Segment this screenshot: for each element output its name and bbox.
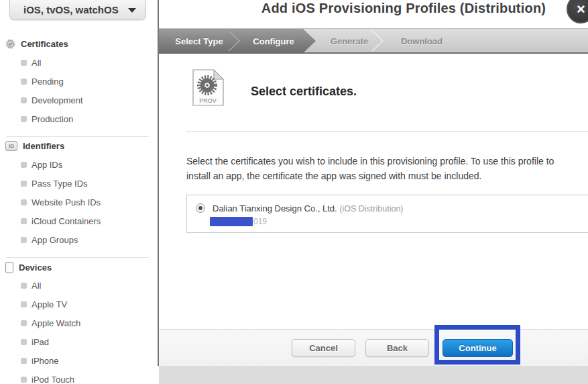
bullet-icon xyxy=(21,237,27,243)
bullet-icon xyxy=(21,377,27,383)
sidebar-item-label: iPhone xyxy=(32,356,58,366)
close-icon: × xyxy=(577,1,585,18)
sidebar-item-production[interactable]: Production xyxy=(21,114,73,124)
svg-text:PROV: PROV xyxy=(199,97,217,104)
bullet-icon xyxy=(21,320,27,326)
sidebar-item-certificates-all[interactable]: All xyxy=(21,58,41,68)
sidebar-item-ipad[interactable]: iPad xyxy=(21,337,49,347)
sidebar-section-identifiers[interactable]: ID Identifiers xyxy=(5,141,64,151)
sidebar-item-label: All xyxy=(32,281,41,291)
bullet-icon xyxy=(21,97,27,103)
sidebar-item-label: App IDs xyxy=(32,160,62,170)
bullet-icon xyxy=(21,218,27,224)
step-download: Download xyxy=(392,29,452,53)
certificate-expiry-text: 019 xyxy=(253,217,267,226)
certificate-name-text: Dalian Tianxing Design Co., Ltd. xyxy=(213,203,337,213)
bullet-icon xyxy=(21,301,27,307)
sidebar-item-devices-all[interactable]: All xyxy=(21,281,41,291)
divider xyxy=(186,131,588,132)
certificate-type: (iOS Distribution) xyxy=(339,204,403,213)
wizard-steps-bar: Select Type Configure Generate Download xyxy=(159,28,588,54)
chevron-down-icon xyxy=(128,8,136,13)
platform-selector[interactable]: iOS, tvOS, watchOS xyxy=(9,0,146,20)
sidebar-item-icloud-containers[interactable]: iCloud Containers xyxy=(21,216,101,226)
sidebar-item-label: iPad xyxy=(32,337,49,347)
id-badge-icon: ID xyxy=(5,141,17,151)
redaction-box xyxy=(210,217,253,226)
step-select-type: Select Type xyxy=(169,29,229,53)
sidebar-item-app-ids[interactable]: App IDs xyxy=(21,160,62,170)
sidebar-item-app-groups[interactable]: App Groups xyxy=(21,235,78,245)
sidebar-item-label: Apple Watch xyxy=(32,318,80,328)
certificate-icon xyxy=(5,39,15,49)
page-background-strip xyxy=(159,366,588,384)
sidebar-item-ipod-touch[interactable]: iPod Touch xyxy=(21,375,74,384)
step-generate: Generate xyxy=(319,29,379,53)
bullet-icon xyxy=(21,60,27,66)
sidebar-item-label: Website Push IDs xyxy=(32,197,101,207)
bullet-icon xyxy=(21,283,27,289)
bullet-icon xyxy=(21,358,27,364)
section-title: Identifiers xyxy=(23,141,64,151)
sidebar-item-apple-watch[interactable]: Apple Watch xyxy=(21,318,80,328)
sidebar-item-label: iCloud Containers xyxy=(32,216,101,226)
sidebar-item-development[interactable]: Development xyxy=(21,95,83,105)
section-title: Devices xyxy=(19,262,52,273)
platform-selector-label: iOS, tvOS, watchOS xyxy=(23,4,128,15)
bullet-icon xyxy=(21,79,27,85)
sidebar-section-certificates[interactable]: Certificates xyxy=(5,39,68,49)
bullet-icon xyxy=(21,199,27,205)
radio-selected-dot xyxy=(198,206,202,210)
sidebar-item-label: Pass Type IDs xyxy=(32,179,88,189)
sidebar-item-pass-type-ids[interactable]: Pass Type IDs xyxy=(21,179,88,189)
sidebar-item-label: Apple TV xyxy=(32,299,67,309)
sidebar-item-label: Development xyxy=(32,95,83,105)
sidebar-item-pending[interactable]: Pending xyxy=(21,77,64,87)
certificate-row[interactable]: Dalian Tianxing Design Co., Ltd. (iOS Di… xyxy=(186,195,588,233)
sidebar-item-website-push-ids[interactable]: Website Push IDs xyxy=(21,197,101,207)
device-icon xyxy=(5,262,13,273)
sidebar-item-label: Production xyxy=(32,114,73,124)
sidebar-item-label: Pending xyxy=(32,77,64,87)
close-button[interactable]: × xyxy=(567,0,588,23)
bullet-icon xyxy=(21,162,27,168)
cancel-button[interactable]: Cancel xyxy=(292,339,355,357)
section-title: Certificates xyxy=(21,39,68,49)
certificate-radio[interactable] xyxy=(196,203,205,213)
step-configure: Configure xyxy=(243,29,304,53)
provisioning-profile-doc-icon: PROV xyxy=(192,69,224,106)
description-line-2: install an app, the certificate the app … xyxy=(186,171,481,181)
sidebar-item-apple-tv[interactable]: Apple TV xyxy=(21,299,67,309)
modal-title: Add iOS Provisioning Profiles (Distribut… xyxy=(159,1,588,16)
add-provisioning-profile-modal: Add iOS Provisioning Profiles (Distribut… xyxy=(158,0,588,366)
sidebar-item-label: App Groups xyxy=(32,235,78,245)
description-line-1: Select the certificates you wish to incl… xyxy=(186,156,554,166)
certificate-name: Dalian Tianxing Design Co., Ltd. (iOS Di… xyxy=(213,203,404,213)
modal-footer: Cancel Back Continue xyxy=(159,329,588,366)
sidebar-section-devices[interactable]: Devices xyxy=(5,262,52,273)
page-heading: Select certificates. xyxy=(251,85,357,99)
divider xyxy=(7,257,149,258)
sidebar: iOS, tvOS, watchOS Certificates All Pend… xyxy=(0,0,158,384)
bullet-icon xyxy=(21,181,27,187)
divider xyxy=(7,136,149,137)
sidebar-item-label: All xyxy=(32,58,41,68)
certificate-expiry-row: 019 xyxy=(210,217,267,226)
sidebar-item-iphone[interactable]: iPhone xyxy=(21,356,58,366)
bullet-icon xyxy=(21,339,27,345)
sidebar-item-label: iPod Touch xyxy=(32,375,74,384)
bullet-icon xyxy=(21,116,27,122)
continue-button[interactable]: Continue xyxy=(443,339,513,357)
back-button[interactable]: Back xyxy=(365,339,429,357)
